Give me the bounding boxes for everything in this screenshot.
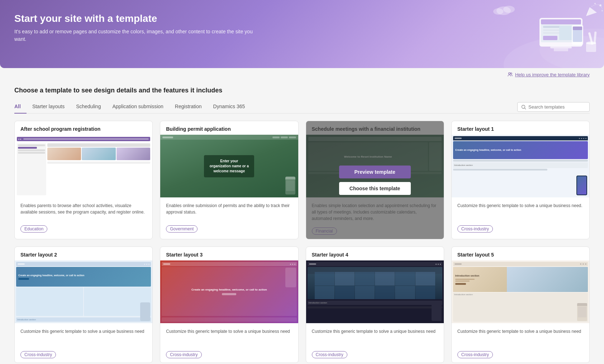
svg-point-26	[510, 73, 512, 74]
svg-point-24	[493, 8, 503, 15]
improve-library-link[interactable]: Help us improve the template library	[0, 68, 604, 80]
card-starter2-title: Starter layout 2	[20, 252, 147, 258]
section-title: Choose a template to see design details …	[14, 87, 590, 94]
tab-all[interactable]: All	[14, 101, 27, 114]
hero-illustration	[468, 0, 604, 68]
card-after-school[interactable]: After school program registration	[14, 121, 153, 239]
card-building-permit-thumb: Enter your organization name or a welcom…	[160, 135, 298, 197]
cards-grid-row2: Starter layout 2 Create an engaging head…	[14, 246, 590, 363]
svg-point-27	[522, 105, 525, 108]
card-starter2-body: Customize this generic template to solve…	[15, 323, 152, 363]
svg-rect-11	[554, 48, 568, 51]
choose-template-button[interactable]: Choose this template	[339, 182, 411, 195]
search-input[interactable]	[528, 104, 586, 110]
tab-application-submission[interactable]: Application submission	[106, 101, 169, 114]
card-starter5-tag[interactable]: Cross-industry	[457, 351, 493, 358]
svg-rect-14	[573, 27, 582, 30]
card-starter4-tag[interactable]: Cross-industry	[312, 351, 347, 358]
card-starter3-body: Customize this generic template to solve…	[160, 323, 298, 363]
card-schedule-meetings[interactable]: Schedule meetings with a financial insti…	[306, 121, 444, 239]
card-starter1-title: Starter layout 1	[457, 126, 584, 132]
card-starter-layout-4[interactable]: Starter layout 4	[306, 246, 444, 363]
card-starter3-thumb: Create an engaging headline, welcome, or…	[160, 260, 298, 323]
hero-title: Start your site with a template	[14, 13, 265, 24]
card-starter2-desc: Customize this generic template to solve…	[20, 328, 147, 345]
card-after-school-desc: Enables parents to browse after school a…	[20, 202, 147, 220]
svg-line-28	[525, 108, 526, 109]
card-building-permit-tag[interactable]: Government	[166, 225, 198, 233]
svg-point-17	[601, 10, 603, 11]
card-starter1-tag[interactable]: Cross-industry	[457, 225, 493, 233]
card-starter4-desc: Customize this generic template to solve…	[312, 328, 438, 345]
card-starter5-title: Starter layout 5	[457, 252, 584, 258]
hero-banner: Start your site with a template It's eas…	[0, 0, 604, 68]
card-schedule-overlay: Preview template Choose this template	[306, 121, 444, 239]
people-icon	[507, 72, 513, 77]
improve-link-text[interactable]: Help us improve the template library	[515, 72, 590, 77]
card-starter1-body: Customize this generic template to solve…	[452, 197, 589, 237]
card-building-permit-desc: Enables online submission of permits and…	[166, 202, 292, 220]
tabs-row: All Starter layouts Scheduling Applicati…	[14, 101, 590, 114]
tab-scheduling[interactable]: Scheduling	[70, 101, 106, 114]
card-after-school-thumb	[15, 135, 152, 197]
card-starter5-body: Customize this generic template to solve…	[452, 323, 589, 363]
card-after-school-body: Enables parents to browse after school a…	[15, 197, 152, 237]
card-starter2-tag[interactable]: Cross-industry	[20, 351, 56, 358]
card-after-school-title: After school program registration	[20, 126, 147, 132]
filter-tabs: All Starter layouts Scheduling Applicati…	[14, 101, 251, 113]
tab-registration[interactable]: Registration	[169, 101, 208, 114]
svg-rect-8	[543, 36, 557, 40]
card-starter-layout-5[interactable]: Starter layout 5 Introduction secti	[451, 246, 590, 363]
building-welcome-text: Enter your organization name or a welcom…	[209, 159, 249, 174]
main-content: Choose a template to see design details …	[0, 80, 604, 364]
svg-point-21	[586, 42, 596, 44]
card-starter1-desc: Customize this generic template to solve…	[457, 202, 584, 220]
card-building-permit[interactable]: Building permit application Enter your o…	[160, 121, 298, 239]
card-starter5-desc: Customize this generic template to solve…	[457, 328, 584, 345]
card-starter4-title: Starter layout 4	[312, 252, 438, 258]
search-icon	[521, 105, 526, 110]
svg-point-25	[508, 73, 510, 75]
card-starter5-thumb: Introduction section Introduction sectio…	[452, 260, 589, 323]
card-starter3-tag[interactable]: Cross-industry	[166, 351, 201, 358]
svg-point-23	[503, 6, 515, 13]
cards-grid-row1: After school program registration	[14, 121, 590, 239]
svg-point-16	[594, 3, 596, 4]
search-box	[517, 102, 590, 112]
card-building-permit-body: Enables online submission of permits and…	[160, 197, 298, 237]
hero-subtitle: It's easy to add or remove pages and cus…	[14, 28, 265, 43]
card-starter-layout-1[interactable]: Starter layout 1 Create an engaging head…	[451, 121, 590, 239]
card-starter-layout-3[interactable]: Starter layout 3 Create an engaging head…	[160, 246, 298, 363]
svg-rect-4	[541, 19, 581, 24]
card-starter1-thumb: Create an engaging headline, welcome, or…	[452, 135, 589, 197]
card-starter3-title: Starter layout 3	[166, 252, 292, 258]
preview-template-button[interactable]: Preview template	[339, 166, 411, 178]
svg-rect-5	[543, 26, 561, 28]
card-after-school-tag[interactable]: Education	[20, 225, 47, 233]
card-starter2-thumb: Create an engaging headline, welcome, or…	[15, 260, 152, 323]
card-starter-layout-2[interactable]: Starter layout 2 Create an engaging head…	[14, 246, 153, 363]
card-starter3-desc: Customize this generic template to solve…	[166, 328, 292, 345]
tab-starter-layouts[interactable]: Starter layouts	[27, 101, 70, 114]
card-starter4-thumb: Introduction section	[306, 260, 444, 323]
svg-rect-10	[550, 47, 572, 48]
card-starter4-body: Customize this generic template to solve…	[306, 323, 444, 363]
card-building-permit-title: Building permit application	[166, 126, 292, 132]
tab-dynamics[interactable]: Dynamics 365	[208, 101, 251, 114]
